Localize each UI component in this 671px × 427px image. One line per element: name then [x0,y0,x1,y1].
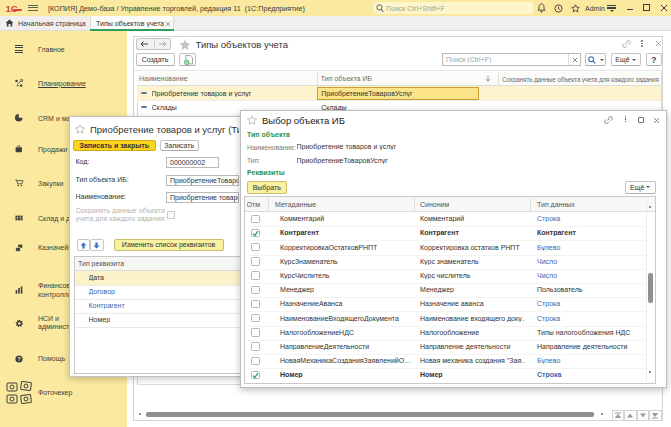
svg-text:?: ? [17,355,20,361]
